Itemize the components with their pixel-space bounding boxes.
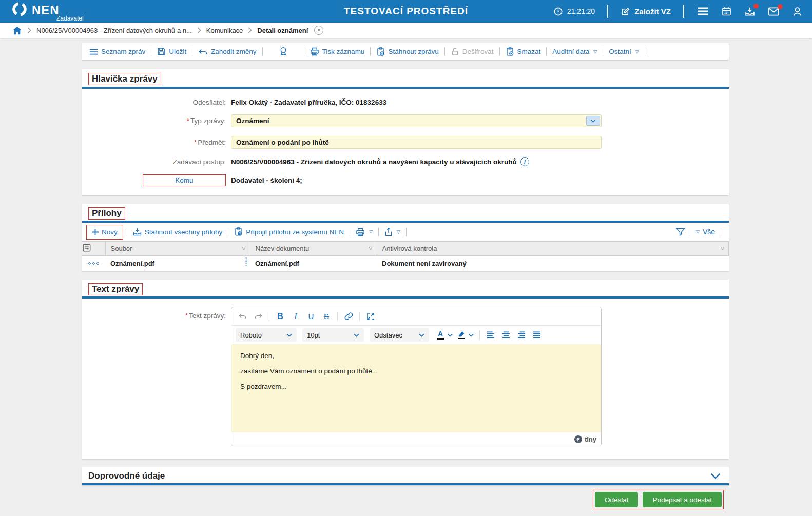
save-button[interactable]: Uložit [155,47,188,56]
tiny-logo-icon [574,435,582,443]
highlight-color-dropdown[interactable] [469,333,474,337]
close-tab-icon[interactable]: ✕ [314,26,323,35]
text-color-button[interactable]: A [435,328,446,342]
header-separator [607,5,608,18]
editor-footer: tiny [231,432,601,446]
print-record-button[interactable]: Tisk záznamu [308,47,367,56]
create-vz-button[interactable]: Založit VZ [621,7,671,16]
column-header-antivir[interactable]: Antivirová kontrola ▽ [377,242,729,256]
section-title-hlavicka: Hlavička zprávy [88,73,161,85]
dropdown-icon: ▽ [593,49,597,54]
align-left-button[interactable] [484,328,498,342]
top-header-bar: NEN Zadavatel TESTOVACÍ PROSTŘEDÍ 21:21:… [0,0,812,23]
bold-button[interactable]: B [273,309,287,324]
save-icon [157,47,166,56]
dropdown-icon: ▽ [696,229,700,234]
breadcrumb-item-procedure[interactable]: N006/25/V00004963 - Zřízení datových okr… [36,27,192,34]
filter-all-button[interactable]: ▽ Vše [693,228,717,236]
list-icon [89,48,98,55]
additional-info-section: Doprovodné údaje [82,467,729,485]
column-filter-icon[interactable]: ▽ [721,246,724,251]
print-attachments-button[interactable]: ▽ [354,228,375,236]
download-all-attachments-button[interactable]: Stáhnout všechny přílohy [131,228,225,236]
fullscreen-button[interactable] [363,309,378,324]
inbox-button[interactable] [744,6,756,17]
printer-icon [356,228,365,236]
column-header-soubor[interactable]: Soubor ▽ [105,242,250,256]
required-mark: * [194,138,197,146]
column-chooser-header[interactable] [82,242,105,256]
underline-button[interactable]: U [304,309,318,324]
messages-button[interactable] [768,7,780,16]
text-color-dropdown[interactable] [448,333,453,337]
user-profile-button[interactable] [792,6,803,17]
font-family-select[interactable]: Roboto [236,328,297,342]
inbox-notification-badge [753,4,759,9]
row-menu-icon[interactable] [82,262,105,265]
filter-icon[interactable] [676,228,685,236]
highlighter-icon [458,331,465,338]
column-filter-icon[interactable]: ▽ [369,246,373,251]
editor-separator [269,312,269,321]
block-format-select[interactable]: Odstavec [370,328,429,342]
column-header-nazev[interactable]: Název dokumentu ▽ [250,242,377,256]
column-filter-icon[interactable]: ▽ [242,246,246,251]
plus-icon [92,229,99,235]
table-row[interactable]: Oznámení.pdf ⋮⋮ Oznámení.pdf Dokument ne… [82,256,729,271]
align-center-button[interactable] [499,328,513,342]
clipboard-gear-icon [234,227,243,236]
type-label: *Typ zprávy: [82,117,231,125]
attach-from-nen-button[interactable]: Připojit přílohu ze systému NEN [232,227,346,236]
toolbar-separator [406,228,407,236]
calendar-button[interactable] [721,6,732,16]
discard-changes-button[interactable]: Zahodit změny [196,48,259,55]
editor-paragraph: Dobrý den, [240,352,592,360]
strikethrough-button[interactable]: S [319,309,334,324]
combobox-dropdown-button[interactable] [586,116,600,126]
export-attachments-button[interactable]: ▽ [382,228,402,236]
to-value: Dodavatel - školení 4; [231,176,302,184]
nen-logo[interactable]: NEN Zadavatel [11,1,84,22]
sign-and-send-button[interactable]: Podepsat a odeslat [643,492,722,507]
subject-input[interactable]: Oznámení o podání po lhůtě [231,136,602,149]
message-type-combobox[interactable]: Oznámení [231,114,602,127]
printer-icon [310,47,319,56]
info-icon[interactable]: i [520,157,529,166]
message-header-section: Hlavička zprávy Odesílatel: Felix Okátý … [82,69,729,195]
chevron-right-icon [27,27,31,33]
breadcrumb: N006/25/V00004963 - Zřízení datových okr… [0,23,812,38]
undo-icon [198,48,208,55]
toolbar-separator [546,47,547,56]
actions-annotation-box: Odeslat Podepsat a odeslat [593,490,724,509]
font-size-select[interactable]: 10pt [302,328,364,342]
breadcrumb-item-komunikace[interactable]: Komunikace [206,27,243,34]
send-button[interactable]: Odeslat [595,492,639,507]
toolbar-separator [262,47,263,56]
align-justify-button[interactable] [530,328,544,342]
italic-button[interactable]: I [288,309,303,324]
certificate-button[interactable] [266,47,300,56]
audit-data-menu[interactable]: Auditní data ▽ [550,48,599,55]
section-title-doprovodne: Doprovodné údaje [88,471,165,481]
home-icon[interactable] [12,26,22,35]
download-message-button[interactable]: Stáhnout zprávu [374,47,440,56]
redo-button[interactable] [251,309,265,324]
new-attachment-button[interactable]: Nový [86,225,123,240]
delete-button[interactable]: Smazat [504,47,543,56]
chevron-down-icon[interactable] [710,473,721,480]
to-link[interactable]: Komu [143,174,226,186]
highlight-color-button[interactable] [456,328,467,342]
column-resize-handle[interactable]: ⋮⋮ [243,258,249,265]
message-list-button[interactable]: Seznam zpráv [87,48,147,55]
other-menu[interactable]: Ostatní ▽ [607,48,641,55]
procedure-value: N006/25/V00004963 - Zřízení datových okr… [231,158,517,166]
award-ribbon-icon [279,47,288,56]
section-title-text-zpravy: Text zprávy [88,283,143,295]
toolbar-separator [370,47,371,56]
link-button[interactable] [341,309,356,324]
main-menu-button[interactable] [697,7,709,16]
editor-content-area[interactable]: Dobrý den, zasíláme Vám oznámení o podán… [231,344,601,432]
align-right-button[interactable] [514,328,529,342]
toolbar-separator [228,228,228,236]
undo-button[interactable] [236,309,250,324]
